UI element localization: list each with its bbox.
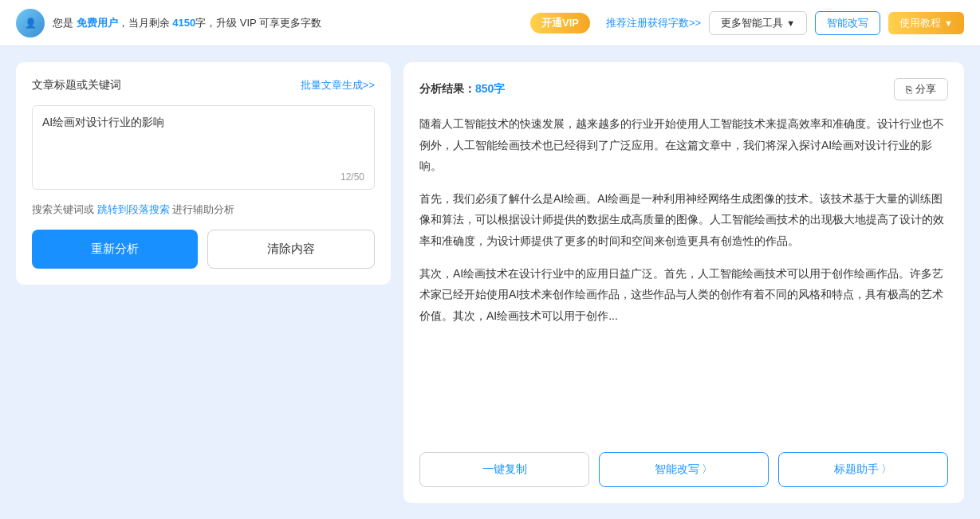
copy-button[interactable]: 一键复制 [419, 452, 589, 487]
avatar: 👤 [16, 9, 45, 37]
panel-header: 文章标题或关键词 批量文章生成>> [32, 78, 375, 92]
smart-rewrite-top-button[interactable]: 智能改写 [815, 11, 880, 35]
top-bar: 👤 您是 免费用户，当月剩余 4150字，升级 VIP 可享更多字数 开通VIP… [0, 0, 980, 46]
reanalyze-button[interactable]: 重新分析 [32, 230, 198, 269]
helper-text1: 搜索关键词或 [32, 203, 94, 215]
panel-title: 文章标题或关键词 [32, 78, 121, 92]
vip-promo: 升级 VIP 可享更多字数 [216, 17, 321, 29]
result-paragraph-2: 首先，我们必须了解什么是AI绘画。AI绘画是一种利用神经网络生成图像的技术。该技… [419, 188, 945, 252]
chevron-down-icon-tutorial: ▼ [944, 18, 953, 28]
batch-generate-link[interactable]: 批量文章生成>> [301, 78, 375, 92]
helper-text2: 进行辅助分析 [172, 203, 234, 215]
user-type: 免费用户 [77, 17, 118, 29]
top-bar-right: 更多智能工具 ▼ 智能改写 使用教程 ▼ [709, 11, 964, 35]
keyword-input[interactable]: AI绘画对设计行业的影响 [33, 106, 374, 186]
result-paragraph-3: 其次，AI绘画技术在设计行业中的应用日益广泛。首先，人工智能绘画技术可以用于创作… [419, 263, 945, 327]
jump-to-paragraph-link[interactable]: 跳转到段落搜索 [97, 203, 170, 215]
result-paragraph-1: 随着人工智能技术的快速发展，越来越多的行业开始使用人工智能技术来提高效率和准确度… [419, 113, 945, 177]
open-vip-button[interactable]: 开通VIP [530, 13, 590, 33]
register-link[interactable]: 推荐注册获得字数>> [606, 16, 701, 30]
remaining-chars: 4150 [172, 17, 195, 29]
action-buttons: 重新分析 清除内容 [32, 230, 375, 269]
tutorial-button[interactable]: 使用教程 ▼ [888, 12, 964, 34]
bottom-actions: 一键复制 智能改写 〉 标题助手 〉 [419, 452, 948, 487]
textarea-wrapper: AI绘画对设计行业的影响 12/50 [32, 105, 375, 190]
user-info: 您是 免费用户，当月剩余 4150字，升级 VIP 可享更多字数 [53, 16, 522, 30]
share-button[interactable]: ⎘ 分享 [894, 78, 948, 100]
title-helper-button[interactable]: 标题助手 〉 [778, 452, 948, 487]
result-word-count: 850字 [475, 82, 505, 95]
right-panel: 分析结果：850字 ⎘ 分享 随着人工智能技术的快速发展，越来越多的行业开始使用… [403, 62, 964, 503]
clear-button[interactable]: 清除内容 [207, 230, 375, 269]
helper-links: 搜索关键词或 跳转到段落搜索 进行辅助分析 [32, 202, 375, 217]
left-panel: 文章标题或关键词 批量文章生成>> AI绘画对设计行业的影响 12/50 搜索关… [16, 62, 391, 285]
main-content: 文章标题或关键词 批量文章生成>> AI绘画对设计行业的影响 12/50 搜索关… [0, 46, 980, 519]
smart-rewrite-button[interactable]: 智能改写 〉 [599, 452, 769, 487]
result-content[interactable]: 随着人工智能技术的快速发展，越来越多的行业开始使用人工智能技术来提高效率和准确度… [419, 113, 948, 439]
result-title: 分析结果：850字 [419, 82, 505, 96]
more-tools-button[interactable]: 更多智能工具 ▼ [709, 11, 807, 35]
share-icon: ⎘ [906, 84, 912, 96]
result-header: 分析结果：850字 ⎘ 分享 [419, 78, 948, 100]
char-count: 12/50 [340, 171, 364, 183]
chevron-down-icon: ▼ [786, 18, 795, 28]
